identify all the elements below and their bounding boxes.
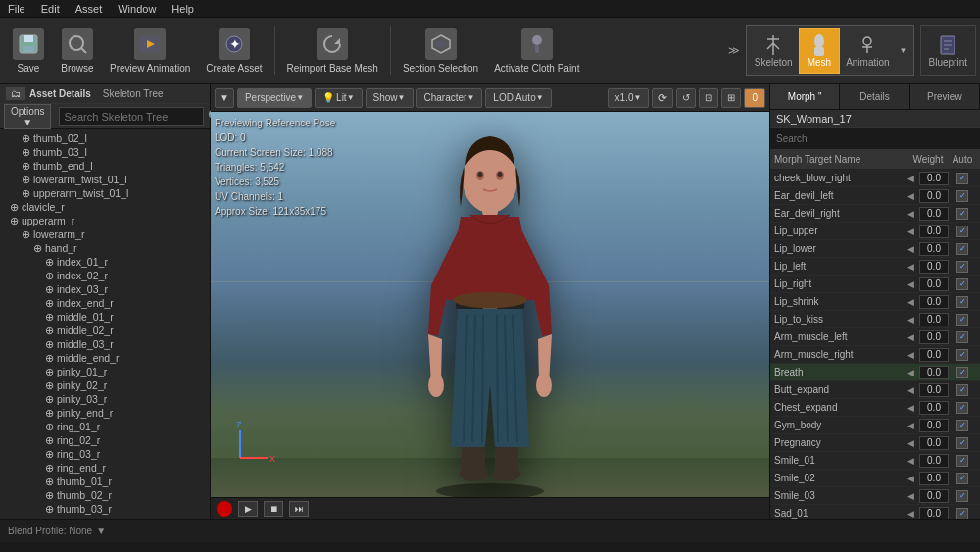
show-button[interactable]: Show [366, 88, 414, 108]
weight-icon[interactable]: ◀ [907, 279, 917, 289]
weight-icon[interactable]: ◀ [907, 209, 917, 219]
morph-auto-checkbox[interactable] [956, 508, 968, 520]
animation-mode-btn[interactable]: Animation [840, 31, 895, 70]
browse-button[interactable]: Browse [53, 25, 102, 77]
vp-rotate-btn[interactable]: ↺ [676, 88, 696, 108]
morph-weight-input[interactable] [919, 277, 949, 291]
morph-weight-input[interactable] [919, 330, 949, 344]
tree-item[interactable]: ⊕ thumb_end_l [0, 159, 210, 173]
asset-details-icon[interactable]: 🗂 [6, 87, 25, 100]
morph-weight-input[interactable] [919, 225, 949, 238]
record-button[interactable] [217, 501, 232, 517]
morph-weight-input[interactable] [919, 472, 949, 485]
skeleton-tree-search[interactable] [59, 107, 204, 126]
tree-item[interactable]: ⊕ lowerarm_twist_01_l [0, 173, 210, 186]
weight-icon[interactable]: ◀ [907, 297, 917, 307]
morph-weight-input[interactable] [919, 401, 949, 415]
menu-edit[interactable]: Edit [37, 3, 64, 15]
tree-item[interactable]: ⊕ thumb_02_r [0, 488, 210, 502]
morph-weight-input[interactable] [919, 489, 949, 503]
tree-item[interactable]: ⊕ ring_end_r [0, 461, 210, 475]
tree-item[interactable]: ⊕ upperarm_r [0, 214, 210, 227]
weight-icon[interactable]: ◀ [907, 226, 917, 236]
morph-auto-checkbox[interactable] [956, 437, 968, 449]
morph-weight-input[interactable] [919, 507, 949, 520]
weight-icon[interactable]: ◀ [907, 491, 917, 501]
morph-weight-input[interactable] [919, 383, 949, 397]
stop-button[interactable]: ⏹ [264, 501, 283, 517]
morph-auto-checkbox[interactable] [956, 402, 968, 414]
morph-weight-input[interactable] [919, 348, 949, 362]
morph-auto-checkbox[interactable] [956, 384, 968, 396]
weight-icon[interactable]: ◀ [907, 315, 917, 325]
morph-weight-input[interactable] [919, 189, 949, 203]
morph-auto-checkbox[interactable] [956, 226, 968, 237]
tree-item[interactable]: ⊕ middle_03_r [0, 337, 210, 351]
weight-icon[interactable]: ◀ [907, 403, 917, 413]
tree-item[interactable]: ⊕ upperarm_twist_01_l [0, 186, 210, 200]
weight-icon[interactable]: ◀ [907, 191, 917, 201]
tree-item[interactable]: ⊕ pinky_end_r [0, 406, 210, 420]
morph-weight-input[interactable] [919, 454, 949, 468]
cloth-paint-button[interactable]: Activate Cloth Paint [486, 25, 587, 77]
tree-item[interactable]: ⊕ thumb_02_l [0, 131, 210, 145]
tree-item[interactable]: ⊕ thumb_03_l [0, 145, 210, 159]
morph-auto-checkbox[interactable] [956, 190, 968, 202]
mesh-mode-btn[interactable]: Mesh [799, 28, 840, 74]
lit-button[interactable]: 💡 Lit [315, 88, 362, 108]
morph-weight-input[interactable] [919, 295, 949, 309]
menu-help[interactable]: Help [168, 3, 198, 15]
tree-item[interactable]: ⊕ ring_03_r [0, 447, 210, 461]
weight-icon[interactable]: ◀ [907, 421, 917, 430]
morph-auto-checkbox[interactable] [956, 420, 968, 431]
morph-auto-checkbox[interactable] [956, 278, 968, 290]
create-asset-button[interactable]: ✦ Create Asset [198, 25, 270, 77]
weight-icon[interactable]: ◀ [907, 350, 917, 360]
morph-weight-input[interactable] [919, 366, 949, 379]
morph-auto-checkbox[interactable] [956, 243, 968, 255]
menu-file[interactable]: File [4, 3, 29, 15]
reimport-button[interactable]: Reimport Base Mesh [279, 25, 386, 77]
weight-icon[interactable]: ◀ [907, 456, 917, 466]
character-button[interactable]: Character [416, 88, 483, 108]
options-button[interactable]: Options ▼ [4, 104, 51, 129]
blueprint-mode-btn[interactable]: Blueprint [920, 25, 976, 76]
weight-icon[interactable]: ◀ [907, 474, 917, 483]
tree-item[interactable]: ⊕ thumb_01_r [0, 475, 210, 488]
tree-item[interactable]: ⊕ pinky_01_r [0, 365, 210, 378]
tree-item[interactable]: ⊕ hand_r [0, 241, 210, 255]
morph-auto-checkbox[interactable] [956, 208, 968, 220]
morph-weight-input[interactable] [919, 260, 949, 274]
morph-weight-input[interactable] [919, 313, 949, 326]
tree-item[interactable]: ⊕ pinky_03_r [0, 392, 210, 406]
tree-item[interactable]: ⊕ middle_01_r [0, 310, 210, 324]
morph-auto-checkbox[interactable] [956, 314, 968, 326]
vp-scale-btn[interactable]: ⊡ [699, 88, 718, 108]
morph-auto-checkbox[interactable] [956, 331, 968, 343]
skip-forward-button[interactable]: ⏭ [289, 501, 309, 517]
tree-item[interactable]: ⊕ index_02_r [0, 269, 210, 282]
morph-weight-input[interactable] [919, 242, 949, 256]
morph-tab[interactable]: Morph " [770, 84, 840, 109]
morph-auto-checkbox[interactable] [956, 261, 968, 273]
tree-item[interactable]: ⊕ ring_02_r [0, 433, 210, 447]
play-button[interactable]: ▶ [238, 501, 258, 517]
skeleton-mode-btn[interactable]: Skeleton [749, 31, 799, 70]
morph-auto-checkbox[interactable] [956, 490, 968, 502]
morph-auto-checkbox[interactable] [956, 296, 968, 308]
menu-window[interactable]: Window [114, 3, 160, 15]
lod-button[interactable]: LOD Auto [485, 88, 551, 108]
toolbar-overflow-button[interactable]: ≫ [724, 40, 744, 61]
weight-icon[interactable]: ◀ [907, 174, 917, 183]
vp-lod-num-btn[interactable]: 0 [744, 88, 765, 108]
morph-auto-checkbox[interactable] [956, 455, 968, 467]
preview-tab[interactable]: Preview [910, 84, 980, 109]
tree-item[interactable]: ⊕ index_03_r [0, 282, 210, 296]
save-button[interactable]: Save [4, 25, 53, 77]
weight-icon[interactable]: ◀ [907, 509, 917, 519]
weight-icon[interactable]: ◀ [907, 368, 917, 377]
menu-asset[interactable]: Asset [72, 3, 107, 15]
morph-auto-checkbox[interactable] [956, 473, 968, 484]
morph-auto-checkbox[interactable] [956, 173, 968, 184]
blend-profile-dropdown-icon[interactable]: ▼ [96, 526, 106, 536]
